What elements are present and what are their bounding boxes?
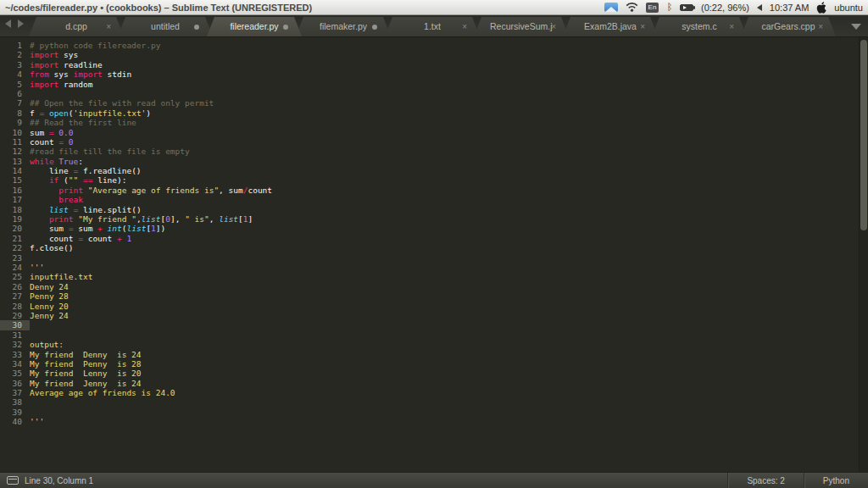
keyboard-layout-indicator[interactable]: En (646, 3, 659, 13)
code-line-6[interactable]: 6 (0, 89, 868, 98)
line-number[interactable]: 30 (0, 320, 30, 330)
code-line-12[interactable]: 12#read file till the file is empty (0, 147, 868, 156)
code-line-31[interactable]: 31 (0, 330, 868, 340)
code-line-24[interactable]: 24''' (0, 263, 868, 272)
apple-logo-icon[interactable] (816, 2, 826, 14)
line-number[interactable]: 26 (0, 282, 30, 291)
tab-system.c[interactable]: system.c× (652, 17, 747, 36)
code-line-14[interactable]: 14 line = f.readline() (0, 166, 868, 175)
code-line-40[interactable]: 40''' (0, 417, 868, 426)
line-number[interactable]: 29 (0, 311, 30, 320)
line-number[interactable]: 5 (0, 80, 30, 89)
code-line-28[interactable]: 28Lenny 20 (0, 302, 868, 311)
line-number[interactable]: 6 (0, 89, 30, 98)
code-line-37[interactable]: 37Average age of friends is 24.0 (0, 388, 868, 397)
line-number[interactable]: 21 (0, 234, 30, 243)
line-number[interactable]: 19 (0, 214, 30, 224)
line-number[interactable]: 34 (0, 359, 30, 369)
tab-d.cpp[interactable]: d.cpp× (29, 17, 124, 36)
line-number[interactable]: 28 (0, 302, 30, 311)
code-line-4[interactable]: 4from sys import stdin (0, 69, 868, 79)
line-number[interactable]: 20 (0, 224, 30, 233)
code-line-13[interactable]: 13while True: (0, 157, 868, 166)
scrollbar-thumb[interactable] (860, 40, 867, 230)
close-icon[interactable]: × (818, 23, 823, 31)
code-line-20[interactable]: 20 sum = sum + int(list[1]) (0, 224, 868, 233)
close-icon[interactable]: × (462, 23, 467, 31)
line-number[interactable]: 31 (0, 330, 30, 340)
code-line-21[interactable]: 21 count = count + 1 (0, 234, 868, 243)
code-line-8[interactable]: 8f = open('inputfile.txt') (0, 108, 868, 118)
clock[interactable]: 10:37 AM (770, 3, 809, 13)
code-line-18[interactable]: 18 list = line.split() (0, 205, 868, 214)
panel-toggle-icon[interactable] (7, 476, 19, 485)
line-number[interactable]: 15 (0, 175, 30, 185)
line-number[interactable]: 27 (0, 291, 30, 301)
modified-dot-icon[interactable] (283, 25, 288, 30)
line-number[interactable]: 39 (0, 408, 30, 417)
line-number[interactable]: 1 (0, 41, 30, 50)
close-icon[interactable]: × (106, 23, 111, 31)
volume-icon[interactable] (757, 4, 762, 11)
tab-scroll-left-icon[interactable] (5, 19, 11, 28)
line-number[interactable]: 2 (0, 50, 30, 59)
line-number[interactable]: 23 (0, 253, 30, 263)
modified-dot-icon[interactable] (372, 25, 377, 30)
battery-status[interactable]: (0:22, 96%) (701, 3, 749, 13)
line-number[interactable]: 36 (0, 379, 30, 388)
syntax-selector[interactable]: Python (804, 473, 868, 488)
tab-carGears.cpp[interactable]: carGears.cpp× (741, 17, 836, 36)
line-number[interactable]: 7 (0, 98, 30, 108)
code-line-29[interactable]: 29Jenny 24 (0, 311, 868, 320)
code-line-23[interactable]: 23 (0, 253, 868, 263)
tab-untitled[interactable]: untitled (118, 17, 213, 36)
tab-filemaker.py[interactable]: filemaker.py (296, 17, 391, 36)
code-line-17[interactable]: 17 break (0, 195, 868, 204)
line-number[interactable]: 32 (0, 340, 30, 349)
vertical-scrollbar[interactable] (859, 37, 868, 472)
line-number[interactable]: 37 (0, 388, 30, 397)
tab-scroll-right-icon[interactable] (18, 19, 24, 28)
tab-1.txt[interactable]: 1.txt× (385, 17, 480, 36)
code-line-2[interactable]: 2import sys (0, 50, 868, 59)
close-icon[interactable]: × (729, 23, 734, 31)
line-number[interactable]: 22 (0, 243, 30, 252)
code-line-34[interactable]: 34My friend Penny is 28 (0, 359, 868, 369)
tab-filereader.py[interactable]: filereader.py (207, 17, 302, 36)
line-number[interactable]: 17 (0, 195, 30, 204)
code-line-5[interactable]: 5import random (0, 80, 868, 89)
line-number[interactable]: 35 (0, 369, 30, 378)
code-line-36[interactable]: 36My friend Jenny is 24 (0, 379, 868, 388)
code-line-1[interactable]: 1# python code filereader.py (0, 41, 868, 50)
indentation-setting[interactable]: Spaces: 2 (727, 473, 803, 488)
code-line-11[interactable]: 11count = 0 (0, 137, 868, 147)
line-number[interactable]: 13 (0, 157, 30, 166)
line-number[interactable]: 3 (0, 60, 30, 69)
line-number[interactable]: 18 (0, 205, 30, 214)
line-number[interactable]: 11 (0, 137, 30, 147)
line-number[interactable]: 25 (0, 272, 30, 281)
code-line-35[interactable]: 35My friend Lenny is 20 (0, 369, 868, 378)
code-line-19[interactable]: 19 print "My friend ",list[0], " is", li… (0, 214, 868, 224)
wifi-icon[interactable] (626, 2, 638, 14)
line-number[interactable]: 16 (0, 186, 30, 195)
line-number[interactable]: 14 (0, 166, 30, 175)
code-line-7[interactable]: 7## Open the file with read only permit (0, 98, 868, 108)
line-number[interactable]: 38 (0, 397, 30, 407)
line-number[interactable]: 40 (0, 417, 30, 426)
battery-icon[interactable] (680, 4, 693, 11)
code-line-22[interactable]: 22f.close() (0, 243, 868, 252)
modified-dot-icon[interactable] (194, 25, 199, 30)
code-line-32[interactable]: 32output: (0, 340, 868, 349)
code-line-27[interactable]: 27Penny 28 (0, 291, 868, 301)
line-number[interactable]: 4 (0, 69, 30, 79)
code-line-38[interactable]: 38 (0, 397, 868, 407)
line-number[interactable]: 33 (0, 350, 30, 359)
line-number[interactable]: 10 (0, 128, 30, 137)
code-line-26[interactable]: 26Denny 24 (0, 282, 868, 291)
code-line-9[interactable]: 9## Read the first line (0, 118, 868, 127)
editor-pane[interactable]: 1# python code filereader.py2import sys3… (0, 37, 868, 472)
code-line-33[interactable]: 33My friend Denny is 24 (0, 350, 868, 359)
bluetooth-icon[interactable]: ᛒ (666, 3, 672, 12)
code-line-10[interactable]: 10sum = 0.0 (0, 128, 868, 137)
